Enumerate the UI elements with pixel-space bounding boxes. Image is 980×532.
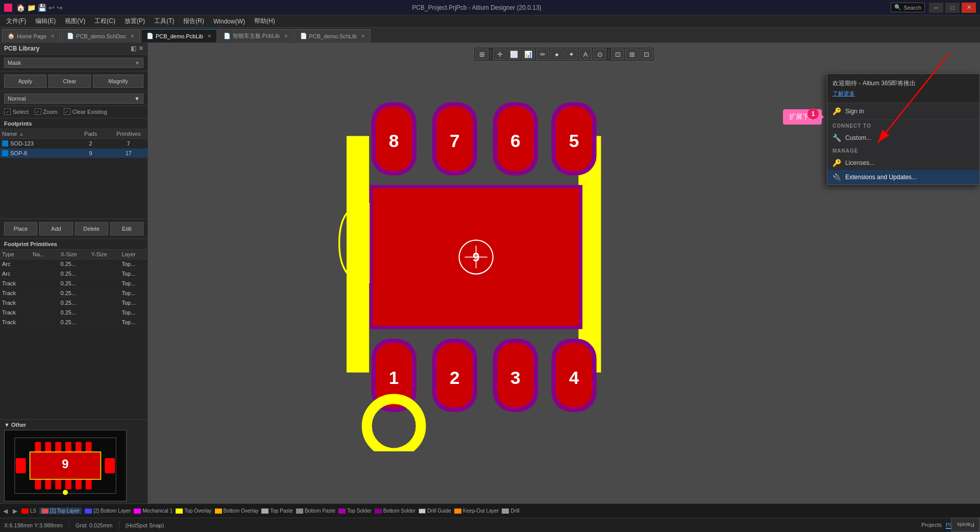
prim-row-6[interactable]: Track 0.25... Top...	[0, 308, 148, 318]
tab-smartcar[interactable]: 📄 智能车主板.PcbLib ✕	[218, 29, 293, 42]
toolbar: ⊞ ✛ ⬜ 📊 ✏ ● ✦ A ⊙ ⊡ ⊞ ⊡	[474, 47, 654, 61]
layer-nav-left[interactable]: ◀	[2, 507, 9, 515]
menu-reports[interactable]: 报告(R)	[179, 16, 208, 27]
tb-rect-btn[interactable]: ⬜	[507, 49, 521, 60]
mask-input[interactable]: Mask ▼	[4, 58, 143, 68]
popup-custom[interactable]: 🔧 Custom...	[827, 131, 979, 145]
popup-licenses[interactable]: 🔑 Licenses...	[827, 156, 979, 170]
place-button[interactable]: Place	[4, 222, 37, 235]
canvas-area[interactable]: ⊞ ✛ ⬜ 📊 ✏ ● ✦ A ⊙ ⊡ ⊞ ⊡	[148, 43, 980, 503]
menu-view[interactable]: 视图(V)	[61, 16, 89, 27]
prim-row-5[interactable]: Track 0.25... Top...	[0, 298, 148, 308]
layer-name-bottom-paste: Bottom Paste	[305, 508, 335, 514]
svg-text:2: 2	[450, 368, 460, 388]
other-title[interactable]: ▼ Other	[4, 422, 143, 428]
layer-top-overlay[interactable]: Top Overlay	[176, 508, 211, 514]
menu-tools[interactable]: 工具(T)	[150, 16, 178, 27]
popup-sign-in[interactable]: 🔑 Sign in	[827, 103, 979, 120]
menu-file[interactable]: 文件(F)	[2, 16, 30, 27]
layer-name-keepout: Keep-Out Layer	[463, 508, 499, 514]
mask-section: Mask ▼	[0, 55, 148, 71]
status-coords: X:6.198mm Y:3.988mm	[4, 522, 63, 528]
layer-drill-guide[interactable]: Drill Guide	[419, 508, 451, 514]
tab-schlib-close[interactable]: ✕	[361, 33, 365, 39]
prim-col-layer: Layer	[120, 251, 148, 257]
layer-top[interactable]: [1] Top Layer	[39, 507, 82, 514]
normal-select[interactable]: Normal ▼	[4, 93, 143, 104]
panel-close-icon[interactable]: ✕	[138, 45, 143, 52]
menu-place[interactable]: 放置(P)	[120, 16, 149, 27]
menu-edit[interactable]: 编辑(E)	[31, 16, 60, 27]
tabbar: 🏠 Home Page ✕ 📄 PCB_demo.SchDoc ✕ 📄 PCB_…	[0, 28, 980, 43]
tb-target-btn[interactable]: ⊙	[593, 49, 606, 60]
popup-learn-more[interactable]: 了解更多	[832, 90, 974, 98]
menu-help[interactable]: 帮助(H)	[250, 16, 279, 27]
zoom-checkbox[interactable]: ✓ Zoom	[35, 108, 58, 115]
search-box[interactable]: 🔍 Search	[891, 3, 925, 12]
menu-project[interactable]: 工程(C)	[90, 16, 119, 27]
edit-button[interactable]: Edit	[110, 222, 143, 235]
delete-button[interactable]: Delete	[75, 222, 108, 235]
status-grid: Grid: 0.025mm	[76, 522, 113, 528]
clear-existing-checkbox[interactable]: ✓ Clear Existing	[64, 108, 107, 115]
magnify-button[interactable]: Magnify	[93, 75, 143, 88]
clear-existing-checkbox-box: ✓	[64, 108, 70, 115]
fp-row-sop8[interactable]: SOP-8 9 17	[0, 149, 148, 158]
prim-row-3[interactable]: Track 0.25... Top...	[0, 279, 148, 288]
select-checkbox[interactable]: ✓ Select	[4, 108, 29, 115]
tab-schdoc[interactable]: 📄 PCB_demo.SchDoc ✕	[61, 29, 140, 42]
svg-rect-3	[45, 442, 51, 452]
fp-icon-sod123	[2, 140, 8, 147]
layer-keepout[interactable]: Keep-Out Layer	[454, 508, 499, 514]
tab-home[interactable]: 🏠 Home Page ✕	[2, 29, 60, 42]
layer-bottom[interactable]: [2] Bottom Layer	[85, 508, 131, 514]
tb-circle-btn[interactable]: ●	[550, 49, 564, 60]
menu-window[interactable]: Window(W)	[209, 17, 249, 26]
close-button[interactable]: ✕	[962, 3, 976, 13]
tab-pcblib[interactable]: 📄 PCB_demo.PcbLib ✕	[141, 29, 217, 42]
prim-row-4[interactable]: Track 0.25... Top...	[0, 288, 148, 298]
layer-name-bottom: [2] Bottom Layer	[93, 508, 131, 514]
tb-expand-btn[interactable]: ⊞	[625, 49, 639, 60]
prim-ysize-7	[89, 319, 120, 325]
prim-type-6: Track	[0, 309, 31, 316]
tb-compress-btn[interactable]: ⊡	[640, 49, 653, 60]
tb-star-btn[interactable]: ✦	[565, 49, 578, 60]
zoom-checkbox-box: ✓	[35, 108, 41, 115]
minimize-button[interactable]: ─	[929, 3, 943, 13]
tab-smartcar-close[interactable]: ✕	[284, 33, 288, 39]
tab-schlib[interactable]: 📄 PCB_demo.SchLib ✕	[295, 29, 371, 42]
apply-button[interactable]: Apply	[4, 75, 46, 88]
fp-row-sod123[interactable]: SOD-123 2 7	[0, 139, 148, 149]
tb-pen-btn[interactable]: ✏	[536, 49, 549, 60]
tb-grid-btn[interactable]: ⊡	[611, 49, 624, 60]
prim-row-7[interactable]: Track 0.25... Top...	[0, 318, 148, 327]
layer-drill[interactable]: Drill	[502, 508, 519, 514]
extensions-label: Extensions and Updates...	[845, 174, 917, 181]
layer-bottom-solder[interactable]: Bottom Solder	[375, 508, 415, 514]
tab-schdoc-close[interactable]: ✕	[130, 33, 134, 39]
prim-type-5: Track	[0, 300, 31, 306]
panel-float-icon[interactable]: ◧	[131, 45, 136, 52]
layer-top-paste[interactable]: Top Paste	[261, 508, 292, 514]
layer-bottom-paste[interactable]: Bottom Paste	[296, 508, 335, 514]
tb-cross-btn[interactable]: ✛	[493, 49, 506, 60]
popup-extensions[interactable]: 🔌 Extensions and Updates...	[827, 170, 979, 184]
tab-home-close[interactable]: ✕	[51, 33, 55, 39]
prim-row-2[interactable]: Arc 0.25... Top...	[0, 269, 148, 279]
add-button[interactable]: Add	[39, 222, 72, 235]
layer-nav-right[interactable]: ▶	[12, 507, 18, 515]
bottom-tab-projects[interactable]: Projects	[921, 522, 942, 529]
main-area: PCB Library ◧ ✕ Mask ▼ Apply Clear Magni…	[0, 43, 980, 503]
tb-filter-btn[interactable]: ⊞	[475, 49, 488, 60]
tb-chart-btn[interactable]: 📊	[522, 49, 535, 60]
layer-ls[interactable]: LS	[21, 508, 36, 514]
restore-button[interactable]: □	[945, 3, 960, 13]
tab-pcblib-close[interactable]: ✕	[207, 33, 211, 39]
layer-bottom-overlay[interactable]: Bottom Overlay	[215, 508, 259, 514]
layer-top-solder[interactable]: Top Solder	[338, 508, 372, 514]
prim-row-1[interactable]: Arc 0.25... Top...	[0, 259, 148, 269]
layer-mechanical[interactable]: Mechanical 1	[134, 508, 173, 514]
tb-text-btn[interactable]: A	[579, 49, 592, 60]
clear-button[interactable]: Clear	[48, 75, 91, 88]
